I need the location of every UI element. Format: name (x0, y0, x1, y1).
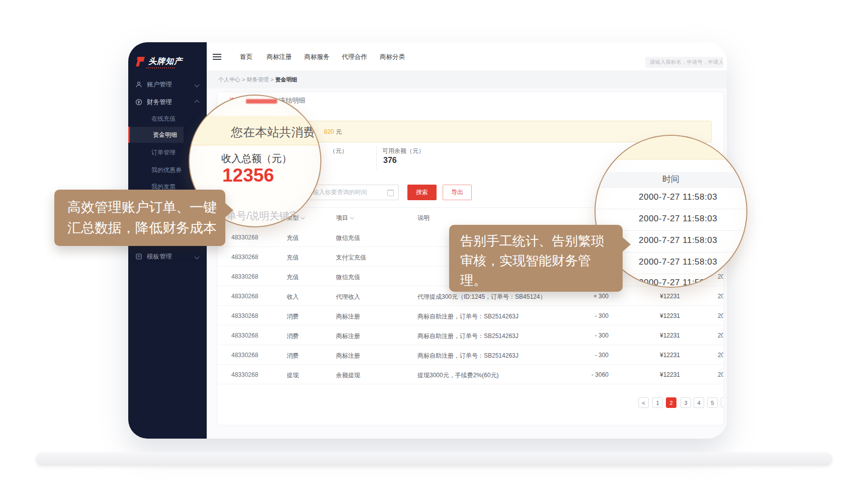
pagination-page-2[interactable]: 2 (666, 397, 676, 408)
cell-type: 充值 (287, 234, 299, 242)
col-header-项目[interactable]: 项目 (336, 214, 354, 222)
expense-total-label-fragment: （元） (329, 147, 348, 155)
table-row: 48330268消费商标注册商标自助注册，订单号：SB2514263J- 300… (218, 345, 723, 365)
cell-project: 商标注册 (336, 332, 360, 341)
logo[interactable]: 头牌知产 (135, 56, 183, 67)
cell-amount: + 300 (550, 293, 609, 300)
pagination-page-5[interactable]: 5 (707, 397, 718, 408)
cell-project: 微信充值 (336, 273, 360, 282)
cell-order: 48330268 (231, 312, 258, 319)
left-callout-line: 汇总数据，降低财务成本 (67, 218, 225, 238)
available-balance-label: 可用余额（元） (382, 147, 424, 155)
chevron-up-icon (195, 100, 200, 105)
trademark-search-input[interactable]: 请输入商标名，申请号，申请人 (645, 57, 723, 68)
cell-amount: - 300 (550, 312, 609, 319)
right-callout-line: 理。 (460, 271, 623, 290)
cell-type: 充值 (287, 273, 299, 282)
cell-amount: - 300 (550, 332, 609, 339)
date-placeholder: 请输入你要查询的时间 (307, 188, 367, 197)
cell-time: 2000-7-27 11:58:03 (718, 352, 723, 359)
cell-project: 代理收入 (336, 293, 360, 301)
sidebar-section-模板管理[interactable]: 模板管理 (128, 249, 207, 264)
sidebar-item-资金明细[interactable]: 资金明细 (128, 127, 184, 143)
cell-balance: ¥12231 (620, 293, 680, 300)
cell-project: 商标注册 (336, 352, 360, 360)
cell-balance: ¥12231 (620, 371, 680, 378)
sidebar-section-财务管理[interactable]: 财务管理 (128, 95, 207, 109)
date-input[interactable]: 请输入你要查询的时间 (302, 185, 399, 200)
cell-project: 余额提现 (336, 371, 360, 380)
sidebar-section-账户管理[interactable]: 账户管理 (128, 77, 207, 92)
nav-item-商标服务[interactable]: 商标服务 (304, 53, 329, 61)
cell-desc: 提现3000元，手续费2%(60元) (417, 371, 498, 380)
magnified-time-cell: 2000-7-27 11:58:03 (639, 214, 717, 224)
magnified-time-cell: 2000-7-27 11:58:03 (639, 192, 717, 202)
left-callout: 高效管理账户订单、一键 汇总数据，降低财务成本 (54, 190, 225, 246)
cell-order: 48330268 (231, 254, 258, 261)
cell-type: 消费 (287, 352, 299, 360)
search-button[interactable]: 搜索 (407, 185, 437, 200)
cell-order: 48330268 (231, 234, 258, 241)
cell-project: 支付宝充值 (336, 254, 366, 262)
cell-order: 48330268 (231, 352, 258, 359)
pagination-page-3[interactable]: 3 (680, 397, 691, 408)
sidebar-section-label: 财务管理 (147, 98, 172, 107)
hamburger-menu-icon[interactable] (213, 54, 221, 61)
cell-type: 消费 (287, 312, 299, 321)
calendar-icon[interactable] (387, 190, 394, 196)
cell-desc: 商标自助注册，订单号：SB2514263J (417, 332, 519, 341)
cell-time: 2000-7-27 11:58:03 (718, 293, 723, 300)
cell-balance: ¥12231 (620, 312, 680, 319)
cell-amount: - 300 (550, 352, 609, 359)
left-callout-arrow (225, 203, 241, 218)
stats-divider (376, 146, 377, 170)
pagination-prev-button[interactable]: < (638, 397, 649, 408)
banner-text-visible: 820 元 (324, 128, 342, 136)
chevron-down-icon (350, 215, 354, 219)
sidebar-section-label: 账户管理 (147, 80, 172, 89)
export-button[interactable]: 导出 (443, 185, 472, 200)
pagination-next-button[interactable]: > (721, 397, 723, 408)
breadcrumb-current: 资金明细 (275, 76, 297, 82)
cell-time: 2000-7-27 11:58:03 (718, 371, 723, 378)
cell-order: 48330268 (231, 273, 258, 280)
cell-balance: ¥12231 (620, 352, 680, 359)
breadcrumb-path[interactable]: 个人中心 > 财务管理 > (218, 76, 275, 82)
cell-type: 收入 (287, 293, 299, 301)
cell-desc: 商标自助注册，订单号：SB2514263J (417, 312, 519, 321)
cell-time: 2000-7-27 11:58:03 (718, 332, 723, 339)
nav-item-商标注册[interactable]: 商标注册 (267, 53, 292, 61)
breadcrumb: 个人中心 > 财务管理 > 资金明细 (218, 76, 297, 83)
magnified-time-cell: 2000-7-27 11:58:03 (639, 235, 717, 245)
col-header-说明: 说明 (417, 214, 430, 222)
cell-amount: - 3060 (550, 371, 609, 378)
pagination-page-1[interactable]: 1 (652, 397, 663, 408)
nav-item-首页[interactable]: 首页 (240, 53, 252, 61)
cell-order: 48330268 (231, 332, 258, 339)
laptop-base (36, 452, 832, 466)
pagination-page-4[interactable]: 4 (694, 397, 704, 408)
cell-project: 商标注册 (336, 312, 360, 321)
cell-type: 提现 (287, 371, 299, 380)
right-callout: 告别手工统计、告别繁琐 审核，实现智能财务管 理。 (449, 225, 623, 292)
magnified-income-label: 收入总额（元） (221, 152, 292, 165)
logo-tagline-dots (146, 67, 175, 68)
cell-order: 48330268 (231, 293, 258, 300)
cell-time: 2000-7-27 11:58:03 (718, 273, 723, 280)
magnified-time-header: 时间 (595, 172, 746, 187)
left-callout-line: 高效管理账户订单、一键 (67, 197, 225, 218)
cell-desc: 代理提成300元（ID:1245，订单号：SB45124） (417, 293, 546, 301)
chevron-down-icon (195, 82, 200, 87)
template-icon (135, 253, 142, 260)
table-row: 48330268消费商标注册商标自助注册，订单号：SB2514263J- 300… (218, 306, 723, 325)
magnified-time-cell: 2000-7-27 11:58:03 (639, 257, 717, 267)
chevron-down-icon (301, 215, 305, 219)
top-navbar: 首页商标注册商标服务代理合作商标分类 请输入商标名，申请号，申请人 (207, 42, 727, 70)
cell-time: 2000-7-27 11:58:03 (718, 312, 723, 319)
magnified-tab-fragment (246, 99, 277, 104)
magnified-banner-band: 您在本站共消费 32124 (190, 116, 320, 145)
right-callout-arrow (622, 237, 638, 252)
sidebar-item-在线充值[interactable]: 在线充值 (151, 112, 207, 125)
nav-item-商标分类[interactable]: 商标分类 (380, 53, 405, 61)
nav-item-代理合作[interactable]: 代理合作 (342, 53, 367, 61)
